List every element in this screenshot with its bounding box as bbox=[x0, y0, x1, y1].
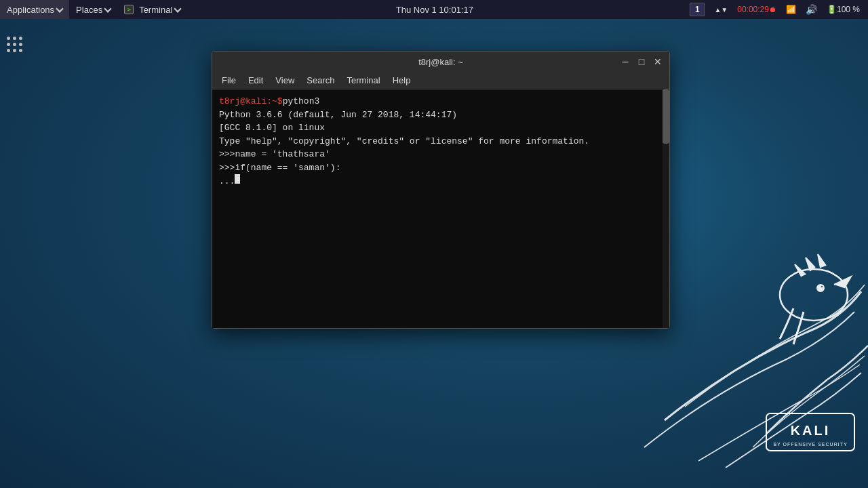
uptime-text: 00:00:29 bbox=[737, 5, 769, 14]
command-line-1: t8rj@kali:~$ python3 bbox=[219, 95, 654, 108]
terminal-title: t8rj@kali: ~ bbox=[218, 57, 664, 67]
places-menu[interactable]: Places bbox=[69, 0, 117, 19]
grid-icon bbox=[7, 37, 23, 53]
python-version-line: Python 3.6.6 (default, Jun 27 2018, 14:4… bbox=[219, 108, 654, 122]
battery-level: 100 % bbox=[837, 5, 860, 14]
taskbar: Applications Places Terminal Thu Nov 1 1… bbox=[0, 0, 868, 19]
terminal-content: t8rj@kali:~$ python3 Python 3.6.6 (defau… bbox=[219, 95, 663, 188]
applications-label: Applications bbox=[7, 5, 54, 15]
applications-chevron-icon bbox=[56, 5, 63, 12]
menu-file[interactable]: File bbox=[216, 74, 241, 87]
places-label: Places bbox=[76, 5, 102, 15]
volume-control[interactable]: 🔊 bbox=[803, 4, 820, 15]
menu-terminal[interactable]: Terminal bbox=[342, 74, 386, 87]
wifi-icon: 📶 bbox=[786, 5, 796, 14]
workspace-badge: 1 bbox=[690, 3, 705, 16]
uptime-display: 00:00:29 ⏺ bbox=[734, 5, 779, 14]
workspace-switcher[interactable]: 1 bbox=[687, 3, 707, 16]
terminal-chevron-icon bbox=[174, 5, 182, 12]
maximize-button[interactable]: □ bbox=[634, 54, 649, 69]
repl-line-3: ... bbox=[219, 174, 654, 188]
svg-point-2 bbox=[821, 285, 823, 288]
arrows-icon: ▲▼ bbox=[714, 6, 728, 14]
gcc-line: [GCC 8.1.0] on linux bbox=[219, 121, 654, 135]
repl-prompt-1: >>> bbox=[219, 148, 235, 161]
terminal-menu[interactable]: Terminal bbox=[117, 0, 187, 19]
minimize-icon: – bbox=[623, 56, 629, 67]
close-icon: ✕ bbox=[654, 56, 662, 67]
svg-text:KALI: KALI bbox=[791, 423, 831, 438]
record-icon: ⏺ bbox=[769, 5, 776, 14]
terminal-window: t8rj@kali: ~ – □ ✕ File Edit View Search… bbox=[212, 51, 670, 329]
minimize-button[interactable]: – bbox=[618, 54, 633, 69]
battery-indicator: 🔋 100 % bbox=[824, 5, 863, 14]
scrollbar-thumb[interactable] bbox=[663, 89, 669, 144]
repl-prompt-3: ... bbox=[219, 175, 235, 188]
prompt-user: t8rj@kali bbox=[219, 95, 267, 108]
cursor bbox=[235, 174, 240, 184]
terminal-titlebar: t8rj@kali: ~ – □ ✕ bbox=[212, 52, 669, 72]
help-line: Type "help", "copyright", "credits" or "… bbox=[219, 135, 654, 148]
terminal-menubar: File Edit View Search Terminal Help bbox=[212, 72, 669, 89]
command-text: python3 bbox=[283, 95, 320, 108]
desktop: Applications Places Terminal Thu Nov 1 1… bbox=[0, 0, 868, 488]
menu-help[interactable]: Help bbox=[387, 74, 416, 87]
menu-edit[interactable]: Edit bbox=[243, 74, 269, 87]
terminal-label: Terminal bbox=[139, 5, 172, 15]
taskbar-right: 1 ▲▼ 00:00:29 ⏺ 📶 🔊 🔋 100 % bbox=[682, 3, 868, 16]
repl-prompt-2: >>> bbox=[219, 161, 235, 175]
repl-cmd-1: name = 'thathsara' bbox=[235, 148, 330, 161]
close-button[interactable]: ✕ bbox=[650, 54, 665, 69]
repl-cmd-2: if(name == 'saman'): bbox=[235, 161, 340, 175]
titlebar-controls: – □ ✕ bbox=[618, 54, 665, 69]
terminal-icon bbox=[124, 5, 134, 14]
speaker-icon: 🔊 bbox=[806, 4, 817, 15]
maximize-icon: □ bbox=[639, 56, 644, 67]
battery-icon: 🔋 bbox=[827, 5, 837, 14]
prompt-path: :~$ bbox=[267, 95, 282, 108]
menu-search[interactable]: Search bbox=[301, 74, 340, 87]
network-status[interactable]: 📶 bbox=[783, 5, 799, 14]
applications-menu[interactable]: Applications bbox=[0, 0, 69, 19]
app-grid-button[interactable] bbox=[3, 33, 27, 57]
taskbar-left: Applications Places Terminal bbox=[0, 0, 187, 19]
datetime-display: Thu Nov 1 10:01:17 bbox=[396, 5, 473, 15]
menu-view[interactable]: View bbox=[270, 74, 300, 87]
terminal-body[interactable]: t8rj@kali:~$ python3 Python 3.6.6 (defau… bbox=[212, 89, 669, 328]
sidebar-dock bbox=[0, 19, 30, 488]
scrollbar[interactable] bbox=[663, 89, 669, 328]
repl-line-1: >>> name = 'thathsara' bbox=[219, 148, 654, 161]
svg-point-0 bbox=[780, 269, 848, 321]
places-chevron-icon bbox=[104, 5, 111, 12]
repl-line-2: >>> if(name == 'saman'): bbox=[219, 161, 654, 175]
svg-text:BY OFFENSIVE SECURITY: BY OFFENSIVE SECURITY bbox=[773, 442, 847, 447]
up-down-arrows: ▲▼ bbox=[711, 6, 730, 14]
taskbar-center: Thu Nov 1 10:01:17 bbox=[187, 5, 682, 15]
